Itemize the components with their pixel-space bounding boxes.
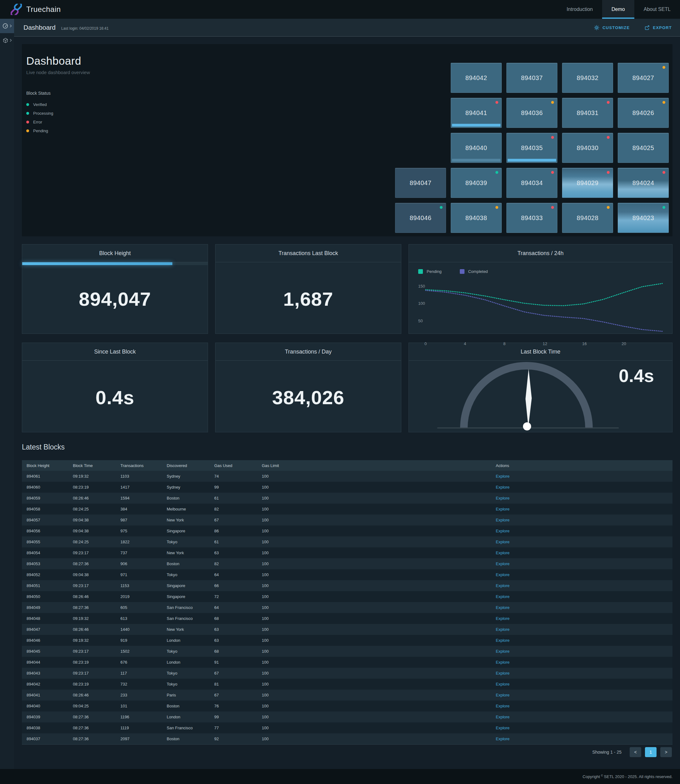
block-tile-label: 894024 xyxy=(633,179,654,187)
block-tile-894039[interactable]: 894039 xyxy=(451,168,502,198)
explore-link[interactable]: Explore xyxy=(496,583,510,588)
nav-item-demo[interactable]: Demo xyxy=(602,0,634,19)
table-cell: San Francisco xyxy=(162,613,209,624)
table-cell: 61 xyxy=(209,493,257,504)
explore-link[interactable]: Explore xyxy=(496,529,510,533)
pending-status-dot-icon xyxy=(496,206,498,209)
completed-line xyxy=(426,291,662,332)
table-cell: 100 xyxy=(257,679,491,690)
table-cell: Boston xyxy=(162,733,209,744)
pending-status-dot-icon xyxy=(26,129,29,132)
explore-link[interactable]: Explore xyxy=(496,507,510,511)
explore-link[interactable]: Explore xyxy=(496,518,510,522)
block-tile-894034[interactable]: 894034 xyxy=(507,168,557,198)
explore-link[interactable]: Explore xyxy=(496,616,510,621)
explore-link[interactable]: Explore xyxy=(496,627,510,632)
table-cell: Sydney xyxy=(162,482,209,493)
block-tile-894027[interactable]: 894027 xyxy=(618,63,669,93)
next-page-button[interactable]: > xyxy=(660,747,672,757)
table-cell: 67 xyxy=(209,690,257,701)
sidebar-item-blocks[interactable] xyxy=(0,33,14,47)
legend-label: Processing xyxy=(33,111,53,116)
explore-link[interactable]: Explore xyxy=(496,704,510,709)
explore-link[interactable]: Explore xyxy=(496,726,510,730)
block-tile-894032[interactable]: 894032 xyxy=(562,63,613,93)
explore-link[interactable]: Explore xyxy=(496,605,510,610)
card-title: Transactions Last Block xyxy=(216,244,401,262)
block-tile-label: 894047 xyxy=(410,179,432,187)
block-tile-894033[interactable]: 894033 xyxy=(507,203,557,233)
explore-link[interactable]: Explore xyxy=(496,485,510,490)
block-tile-894042[interactable]: 894042 xyxy=(451,63,502,93)
block-tile-label: 894041 xyxy=(466,109,487,116)
block-tile-894026[interactable]: 894026 xyxy=(618,98,669,128)
block-tile-894031[interactable]: 894031 xyxy=(562,98,613,128)
block-tile-894041[interactable]: 894041 xyxy=(451,98,502,128)
table-cell: 82 xyxy=(209,504,257,515)
svg-text:150: 150 xyxy=(418,284,425,289)
block-tile-894028[interactable]: 894028 xyxy=(562,203,613,233)
block-tile-label: 894046 xyxy=(410,214,432,222)
table-cell: 08:26:46 xyxy=(68,690,116,701)
explore-link[interactable]: Explore xyxy=(496,737,510,741)
explore-link[interactable]: Explore xyxy=(496,572,510,577)
block-tile-894029[interactable]: 894029 xyxy=(562,168,613,198)
table-cell: 894055 xyxy=(22,536,68,547)
table-cell: 894043 xyxy=(22,668,68,679)
table-cell: Tokyo xyxy=(162,536,209,547)
explore-link[interactable]: Explore xyxy=(496,693,510,698)
block-tile-894023[interactable]: 894023 xyxy=(618,203,669,233)
gear-icon xyxy=(593,25,600,31)
prev-page-button[interactable]: < xyxy=(630,747,641,757)
block-tile-894037[interactable]: 894037 xyxy=(507,63,557,93)
table-cell: London xyxy=(162,657,209,668)
nav-item-introduction[interactable]: Introduction xyxy=(557,0,602,19)
block-tile-894024[interactable]: 894024 xyxy=(618,168,669,198)
explore-link[interactable]: Explore xyxy=(496,594,510,599)
block-tile-894038[interactable]: 894038 xyxy=(451,203,502,233)
block-tile-894040[interactable]: 894040 xyxy=(451,133,502,163)
pending-swatch-icon xyxy=(418,269,423,274)
table-row-894040: 89404009:04:25101Boston76100Explore xyxy=(22,701,672,712)
block-tile-894030[interactable]: 894030 xyxy=(562,133,613,163)
block-tile-894035[interactable]: 894035 xyxy=(507,133,557,163)
explore-link[interactable]: Explore xyxy=(496,660,510,665)
chart-legend: PendingCompleted xyxy=(418,269,669,274)
error-status-dot-icon xyxy=(663,171,665,174)
table-row-894045: 89404509:23:171502Tokyo68100Explore xyxy=(22,646,672,657)
explore-link[interactable]: Explore xyxy=(496,561,510,566)
explore-link[interactable]: Explore xyxy=(496,496,510,500)
explore-link[interactable]: Explore xyxy=(496,715,510,719)
block-tile-894046[interactable]: 894046 xyxy=(395,203,446,233)
block-tile-label: 894030 xyxy=(577,145,599,152)
explore-link[interactable]: Explore xyxy=(496,638,510,643)
table-cell: 82 xyxy=(209,558,257,569)
table-cell: San Francisco xyxy=(162,602,209,613)
card-title: Block Height xyxy=(22,244,208,262)
block-tile-894036[interactable]: 894036 xyxy=(507,98,557,128)
explore-link[interactable]: Explore xyxy=(496,550,510,555)
export-button[interactable]: EXPORT xyxy=(644,25,672,31)
table-row-894058: 89405808:24:25384Melbourne82100Explore xyxy=(22,504,672,515)
block-tile-894047[interactable]: 894047 xyxy=(395,168,446,198)
explore-link[interactable]: Explore xyxy=(496,540,510,544)
explore-link[interactable]: Explore xyxy=(496,671,510,676)
table-row-894044: 89404408:23:19676London91100Explore xyxy=(22,657,672,668)
sidebar xyxy=(0,19,14,769)
explore-link[interactable]: Explore xyxy=(496,649,510,654)
table-cell: 09:04:38 xyxy=(68,569,116,580)
transactions-day-value: 384,026 xyxy=(272,385,345,408)
explore-link[interactable]: Explore xyxy=(496,474,510,479)
page-1-button[interactable]: 1 xyxy=(645,747,656,757)
table-cell: 894052 xyxy=(22,569,68,580)
table-row-894049: 89404908:27:36605San Francisco64100Explo… xyxy=(22,602,672,613)
block-tile-894025[interactable]: 894025 xyxy=(618,133,669,163)
tile-progress-bar xyxy=(508,159,556,162)
table-cell: 08:23:19 xyxy=(68,657,116,668)
table-cell: 975 xyxy=(116,525,162,536)
sidebar-item-dashboard[interactable] xyxy=(0,19,14,33)
nav-item-about-setl[interactable]: About SETL xyxy=(634,0,680,19)
explore-link[interactable]: Explore xyxy=(496,682,510,687)
table-row-894042: 89404208:23:19732Tokyo81100Explore xyxy=(22,679,672,690)
customize-button[interactable]: CUSTOMIZE xyxy=(593,25,630,31)
